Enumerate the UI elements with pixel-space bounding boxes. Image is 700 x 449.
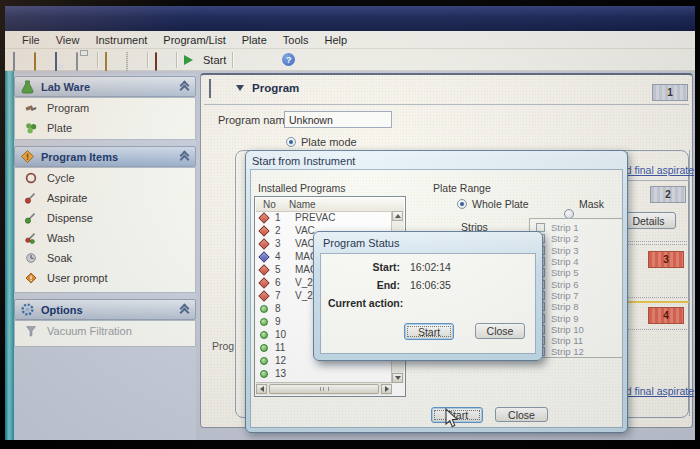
window-title-bar[interactable]: [5, 6, 696, 31]
sidebar-section-options[interactable]: Options: [14, 299, 196, 320]
strip-row: Strip 10: [530, 324, 622, 335]
right-column-border: [689, 150, 690, 416]
strip-label: Strip 3: [551, 245, 578, 256]
sidebar-item-soak[interactable]: Soak: [15, 248, 195, 268]
sidebar-item-cycle[interactable]: Cycle: [15, 168, 195, 188]
list-header: No Name: [256, 198, 404, 212]
menu-bar: FileViewInstrumentProgram/ListPlateTools…: [5, 31, 696, 49]
menu-item[interactable]: Instrument: [88, 33, 154, 47]
toolbar-start-label[interactable]: Start: [203, 54, 226, 66]
program-number: 11: [268, 342, 295, 353]
program-number: 9: [268, 316, 295, 327]
sidebar-item-aspirate[interactable]: Aspirate: [15, 188, 195, 208]
sidebar-item-label: Vacuum Filtration: [47, 325, 132, 337]
program-number: 5: [268, 264, 295, 275]
monitor-bezel: [0, 0, 5, 449]
status-start-value: 16:02:14: [410, 261, 451, 273]
paste-icon[interactable]: [126, 53, 141, 67]
close-button[interactable]: Close: [495, 407, 548, 422]
strip-label: Strip 12: [551, 346, 584, 357]
strip-row: Strip 3: [530, 245, 622, 256]
sidebar-item-plate[interactable]: Plate: [15, 118, 195, 138]
sidebar-item-user-prompt[interactable]: User prompt: [15, 268, 195, 288]
strip-label: Strip 11: [551, 335, 583, 346]
strip-row: Strip 12: [530, 346, 622, 357]
export-icon[interactable]: [105, 53, 120, 67]
sidebar-labware-panel: Program Plate: [14, 97, 196, 140]
sidebar-options-panel: Vacuum Filtration: [14, 320, 196, 347]
collapse-chevron-icon[interactable]: [179, 305, 189, 315]
strip-label: Strip 5: [551, 267, 578, 278]
open-folder-icon[interactable]: [34, 53, 49, 67]
step-badge-2: 2: [650, 186, 686, 203]
sidebar-section-title: Options: [41, 304, 173, 316]
sidebar-item-label: Program: [47, 102, 89, 114]
start-play-icon[interactable]: [184, 55, 193, 65]
strip-row: Strip 1: [530, 222, 622, 233]
collapse-chevron-icon[interactable]: [179, 82, 189, 92]
whole-plate-label: Whole Plate: [472, 198, 529, 210]
program-row[interactable]: 13: [256, 367, 393, 380]
plate-range-label: Plate Range: [433, 182, 491, 194]
whole-plate-radio[interactable]: [457, 199, 467, 209]
sidebar-section-program-items[interactable]: Program Items: [14, 146, 196, 167]
program-section-title: Program: [252, 82, 299, 94]
cycle-icon: [24, 171, 39, 186]
program-name-input[interactable]: Unknown: [284, 111, 392, 128]
sidebar-item-program[interactable]: Program: [15, 98, 195, 118]
installed-programs-label: Installed Programs: [258, 182, 346, 194]
new-document-icon[interactable]: [13, 53, 28, 67]
strip-label: Strip 8: [551, 301, 578, 312]
status-end-label: End:: [334, 279, 400, 291]
menu-item[interactable]: Program/List: [156, 33, 232, 47]
sidebar-item-label: Soak: [47, 252, 72, 264]
program-number: 12: [268, 355, 295, 366]
strip-row: Strip 2: [530, 233, 622, 244]
program-number: 3: [268, 238, 295, 249]
dialog-title: Start from Instrument: [252, 155, 355, 167]
collapse-chevron-icon[interactable]: [179, 152, 189, 162]
vacuum-filtration-icon: [24, 324, 39, 339]
sidebar-program-items-panel: Cycle Aspirate Dispense Wash Soak User p…: [14, 167, 196, 293]
sidebar-item-vacuum-filtration[interactable]: Vacuum Filtration: [15, 321, 195, 341]
collapse-caret-icon[interactable]: [236, 85, 244, 91]
program-number: 6: [268, 277, 295, 288]
wrench-icon[interactable]: [240, 53, 255, 67]
program-items-diamond-icon: [20, 149, 35, 164]
horizontal-scrollbar[interactable]: [256, 382, 392, 395]
menu-item[interactable]: Plate: [235, 33, 274, 47]
status-close-button[interactable]: Close: [475, 323, 525, 339]
help-icon[interactable]: ?: [282, 53, 295, 66]
sidebar-item-dispense[interactable]: Dispense: [15, 208, 195, 228]
strip-row: Strip 5: [530, 267, 622, 278]
strip-label: Strip 2: [551, 233, 578, 244]
section-divider: [628, 241, 689, 242]
status-start-button[interactable]: Start: [404, 323, 454, 340]
sidebar-item-label: Dispense: [47, 212, 93, 224]
instrument-icon[interactable]: [155, 53, 170, 67]
toolbar-separator: [232, 52, 234, 68]
aspirate-icon: [24, 191, 39, 206]
settings-brush-icon[interactable]: [261, 53, 276, 67]
section-divider: [628, 244, 689, 245]
program-status-icon: [260, 331, 268, 339]
labware-flask-icon: [20, 79, 35, 94]
sidebar-item-label: User prompt: [47, 272, 108, 284]
strip-row: Strip 7: [530, 290, 622, 301]
program-number: 2: [268, 225, 295, 236]
status-start-label: Start:: [334, 261, 400, 273]
program-row[interactable]: 1 PREVAC: [256, 211, 393, 224]
toolbar: Start ?: [5, 49, 696, 71]
program-name-label: Program name: [218, 114, 291, 126]
print-icon[interactable]: [76, 53, 91, 67]
save-icon[interactable]: [55, 53, 70, 67]
menu-item[interactable]: Tools: [276, 33, 316, 47]
program-status-dialog: Program Status Start: 16:02:14 End: 16:0…: [313, 231, 543, 361]
menu-item[interactable]: View: [49, 33, 87, 47]
details-button[interactable]: Details: [621, 212, 676, 229]
menu-item[interactable]: Help: [317, 33, 354, 47]
menu-item[interactable]: File: [15, 33, 47, 47]
sidebar-section-labware[interactable]: Lab Ware: [14, 76, 196, 97]
plate-mode-radio[interactable]: [286, 137, 296, 147]
sidebar-item-wash[interactable]: Wash: [15, 228, 195, 248]
